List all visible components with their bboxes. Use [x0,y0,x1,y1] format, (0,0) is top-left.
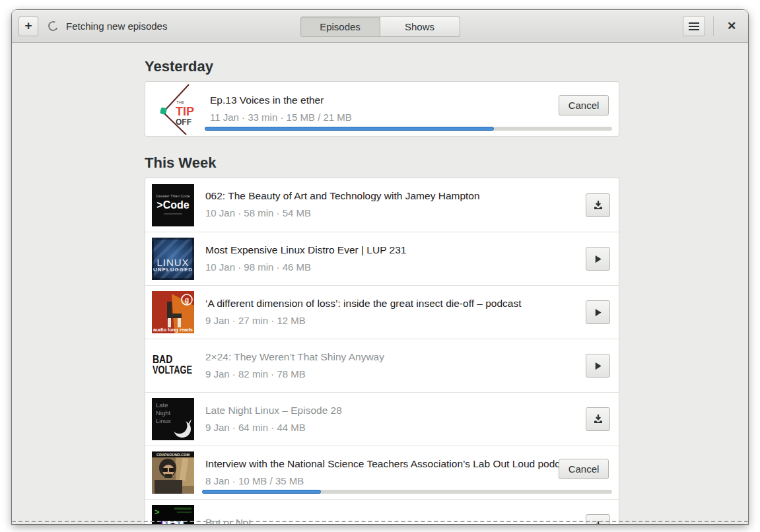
episode-row[interactable]: CRAPHOUND.COM Interview with the Nationa… [145,446,619,499]
episode-meta: 11 Jan · 33 min · 15 MB / 21 MB [210,112,559,123]
podcast-artwork-tipoff: THE TIP OFF [153,83,205,135]
play-button[interactable] [586,354,610,378]
episode-row[interactable]: Greater Than Code >Code 062: The Beauty … [145,178,619,232]
menu-button[interactable] [683,16,705,36]
podcast-artwork-linux-unplugged: LINUX UNPLUGGED [152,238,194,280]
podcast-artwork-greater-than-code: Greater Than Code >Code [152,184,194,226]
spinner-icon [47,20,59,32]
episode-meta: 9 Jan · 64 min · 44 MB [205,422,586,433]
play-button[interactable] [586,247,610,271]
play-icon [593,308,603,317]
episode-meta: 10 Jan · 58 min · 54 MB [205,207,586,218]
podcast-artwork-craphound: CRAPHOUND.COM [152,451,194,494]
header-right: ✕ [683,16,742,36]
section-title-this-week: This Week [145,154,619,172]
episodes-view: Yesterday THE TIP OFF [12,43,748,524]
download-button[interactable] [586,407,610,431]
section-title-yesterday: Yesterday [145,58,619,75]
episode-title: Interview with the National Science Teac… [205,458,559,470]
play-icon [593,361,603,371]
download-progressbar [202,490,612,494]
episode-title: Ep.13 Voices in the ether [210,94,559,106]
episode-row[interactable]: g audio long reads ‘A different dimensio… [145,285,619,339]
episode-meta: 9 Jan · 82 min · 78 MB [205,368,586,380]
view-switcher: Episodes Shows [300,17,460,37]
app-window: + Fetching new episodes Episodes Shows ✕… [12,10,748,524]
episode-title: 2×24: They Weren’t That Shiny Anyway [205,351,586,363]
cancel-download-button[interactable]: Cancel [559,459,609,479]
headerbar: + Fetching new episodes Episodes Shows ✕ [12,10,748,43]
download-progressbar [205,127,612,131]
episode-row[interactable]: BAD VOLTAGE 2×24: They Weren’t That Shin… [145,339,619,392]
tab-episodes[interactable]: Episodes [300,17,380,37]
status-text: Fetching new episodes [66,20,167,32]
episode-list: Greater Than Code >Code 062: The Beauty … [145,178,619,524]
download-icon [593,414,604,424]
episode-meta: 8 Jan · 10 MB / 35 MB [205,475,559,486]
episode-row[interactable]: LINUX UNPLUGGED Most Expensive Linux Dis… [145,232,619,285]
tab-shows[interactable]: Shows [380,17,460,37]
podcast-artwork-audio-long-reads: g audio long reads [152,291,194,333]
svg-text:THE: THE [176,100,184,104]
episode-meta: 9 Jan · 27 min · 12 MB [205,315,586,326]
cancel-download-button[interactable]: Cancel [559,95,609,116]
close-window-button[interactable]: ✕ [722,17,742,36]
episode-row[interactable]: Late Night Linux Late Night Linux – Epis… [145,392,619,446]
svg-text:g: g [185,296,189,304]
svg-text:audio long reads: audio long reads [153,327,193,333]
episode-title: 062: The Beauty of Art and Technology wi… [205,190,586,202]
episode-title: ‘A different dimension of loss’: inside … [205,298,586,310]
svg-text:>: > [155,507,160,517]
hamburger-icon [689,22,699,30]
podcast-artwork-bad-voltage: BAD VOLTAGE [152,345,194,387]
header-separator [713,17,714,36]
add-podcast-button[interactable]: + [18,17,38,36]
podcast-artwork-late-night-linux: Late Night Linux [152,398,194,440]
episode-row[interactable]: THE TIP OFF Ep.13 Voices in the ether 11… [145,82,619,136]
svg-text:OFF: OFF [176,117,191,127]
crescent-moon-icon [152,398,194,440]
scroll-undershoot-indicator [12,521,748,522]
download-button[interactable] [586,193,610,217]
episode-card: THE TIP OFF Ep.13 Voices in the ether 11… [145,81,619,137]
episode-title: Most Expensive Linux Distro Ever | LUP 2… [205,244,586,256]
episode-title: Late Night Linux – Episode 28 [205,405,586,416]
svg-text:CRAPHOUND.COM: CRAPHOUND.COM [156,453,190,457]
episode-meta: 10 Jan · 98 min · 46 MB [205,261,586,273]
download-icon [593,200,604,211]
download-button[interactable] [586,514,610,524]
svg-text:TIP: TIP [176,105,194,118]
play-button[interactable] [586,300,610,324]
play-icon [593,254,603,264]
